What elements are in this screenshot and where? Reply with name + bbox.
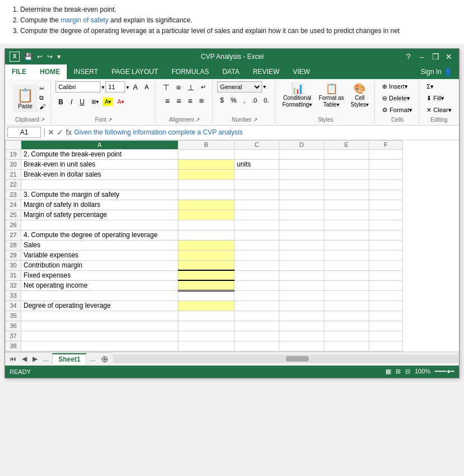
cell-a[interactable]: Margin of safety percentage bbox=[21, 210, 178, 220]
cell-e[interactable] bbox=[324, 179, 369, 190]
tab-file[interactable]: FILE bbox=[5, 64, 33, 79]
cell-d[interactable] bbox=[279, 260, 324, 270]
tab-page-layout[interactable]: PAGE LAYOUT bbox=[105, 64, 165, 79]
cell-a[interactable] bbox=[21, 341, 178, 351]
add-sheet-button[interactable]: ⊕ bbox=[99, 354, 111, 364]
sheet-tab-sheet1[interactable]: Sheet1 bbox=[52, 353, 86, 364]
col-header-c[interactable]: C bbox=[235, 140, 279, 149]
number-format-select[interactable]: General bbox=[217, 81, 262, 93]
view-layout-icon[interactable]: ⊞ bbox=[396, 368, 401, 375]
cell-d[interactable] bbox=[279, 169, 324, 179]
conditional-formatting-button[interactable]: 📊 ConditionalFormatting▾ bbox=[280, 81, 314, 109]
font-size-input[interactable] bbox=[105, 81, 125, 93]
cancel-formula-button[interactable]: ✕ bbox=[48, 128, 54, 137]
help-button[interactable]: ? bbox=[403, 52, 414, 61]
autosum-button[interactable]: Σ▾ bbox=[424, 81, 437, 92]
format-table-button[interactable]: 📋 Format asTable▾ bbox=[316, 81, 346, 109]
cell-a[interactable] bbox=[21, 220, 178, 230]
cell-d[interactable] bbox=[279, 250, 324, 260]
col-header-d[interactable]: D bbox=[279, 140, 324, 149]
cell-f[interactable] bbox=[369, 220, 403, 230]
cell-e[interactable] bbox=[324, 270, 369, 280]
cell-e[interactable] bbox=[324, 240, 369, 250]
underline-button[interactable]: U bbox=[77, 96, 88, 108]
border-dropdown-icon[interactable]: ⊞▾ bbox=[89, 98, 101, 106]
cell-d[interactable] bbox=[279, 311, 324, 321]
row-header[interactable]: 34 bbox=[6, 301, 21, 311]
cell-c[interactable] bbox=[235, 280, 279, 290]
cell-d[interactable] bbox=[279, 210, 324, 220]
copy-button[interactable]: ⧉ bbox=[38, 94, 47, 102]
cell-c[interactable] bbox=[235, 260, 279, 270]
cell-c[interactable] bbox=[235, 210, 279, 220]
cell-d[interactable] bbox=[279, 149, 324, 159]
cell-a[interactable]: 4. Compute the degree of operating lever… bbox=[21, 230, 178, 240]
cell-f[interactable] bbox=[369, 311, 403, 321]
cell-f[interactable] bbox=[369, 200, 403, 210]
cell-e[interactable] bbox=[324, 220, 369, 230]
row-header[interactable]: 24 bbox=[6, 200, 21, 210]
sign-in[interactable]: Sign In 👤 bbox=[414, 64, 459, 79]
paste-button[interactable]: 📋 Paste bbox=[13, 85, 38, 112]
row-header[interactable]: 36 bbox=[6, 321, 21, 331]
clear-button[interactable]: ✕ Clear▾ bbox=[424, 105, 454, 115]
row-header[interactable]: 29 bbox=[6, 250, 21, 260]
cell-c[interactable] bbox=[235, 321, 279, 331]
cell-a[interactable]: Sales bbox=[21, 240, 178, 250]
cell-e[interactable] bbox=[324, 250, 369, 260]
cell-b[interactable] bbox=[178, 331, 235, 341]
cell-a[interactable]: Fixed expenses bbox=[21, 270, 178, 280]
cell-a[interactable] bbox=[21, 179, 178, 190]
cell-b[interactable] bbox=[178, 321, 235, 331]
number-format-dropdown-icon[interactable]: ▾ bbox=[263, 84, 266, 90]
cell-e[interactable] bbox=[324, 190, 369, 200]
decrease-font-button[interactable]: A bbox=[142, 82, 151, 92]
tab-formulas[interactable]: FORMULAS bbox=[165, 64, 216, 79]
cell-b[interactable] bbox=[178, 250, 235, 260]
view-normal-icon[interactable]: ▦ bbox=[385, 368, 391, 375]
tab-home[interactable]: HOME bbox=[33, 64, 67, 79]
row-header[interactable]: 20 bbox=[6, 159, 21, 169]
tab-insert[interactable]: INSERT bbox=[67, 64, 105, 79]
cell-b[interactable] bbox=[178, 341, 235, 351]
cell-b[interactable] bbox=[178, 210, 235, 220]
tab-first-button[interactable]: ⏮ bbox=[7, 354, 19, 364]
cell-b[interactable] bbox=[178, 270, 235, 280]
cell-f[interactable] bbox=[369, 290, 403, 301]
cell-b[interactable] bbox=[178, 200, 235, 210]
insert-cells-button[interactable]: ⊕ Insert▾ bbox=[379, 81, 411, 92]
cell-e[interactable] bbox=[324, 200, 369, 210]
cell-d[interactable] bbox=[279, 200, 324, 210]
align-right-button[interactable]: ≡ bbox=[185, 95, 195, 107]
italic-button[interactable]: I bbox=[68, 96, 75, 108]
row-header[interactable]: 26 bbox=[6, 220, 21, 230]
cell-f[interactable] bbox=[369, 159, 403, 169]
cell-e[interactable] bbox=[324, 321, 369, 331]
cell-b[interactable] bbox=[178, 290, 235, 301]
cell-f[interactable] bbox=[369, 179, 403, 190]
cell-b[interactable] bbox=[178, 149, 235, 159]
cell-c[interactable] bbox=[235, 311, 279, 321]
alignment-expand-icon[interactable]: ↗ bbox=[195, 117, 200, 123]
cell-b[interactable] bbox=[178, 260, 235, 270]
clipboard-expand-icon[interactable]: ↗ bbox=[40, 117, 45, 123]
cell-f[interactable] bbox=[369, 301, 403, 311]
row-header[interactable]: 19 bbox=[6, 149, 21, 159]
qa-dropdown-button[interactable]: ▾ bbox=[56, 53, 62, 61]
cell-c[interactable] bbox=[235, 149, 279, 159]
cell-b[interactable] bbox=[178, 169, 235, 179]
cell-f[interactable] bbox=[369, 190, 403, 200]
cell-c[interactable] bbox=[235, 200, 279, 210]
cell-a[interactable]: 2. Compute the break-even point bbox=[21, 149, 178, 159]
cell-e[interactable] bbox=[324, 230, 369, 240]
row-header[interactable]: 37 bbox=[6, 331, 21, 341]
cell-f[interactable] bbox=[369, 280, 403, 290]
restore-button[interactable]: ❐ bbox=[430, 52, 441, 61]
cell-b[interactable] bbox=[178, 311, 235, 321]
font-size-dropdown-icon[interactable]: ▾ bbox=[126, 84, 129, 90]
cell-b[interactable] bbox=[178, 190, 235, 200]
cell-d[interactable] bbox=[279, 230, 324, 240]
cell-c[interactable] bbox=[235, 190, 279, 200]
close-button[interactable]: ✕ bbox=[443, 52, 454, 61]
cell-a[interactable] bbox=[21, 331, 178, 341]
